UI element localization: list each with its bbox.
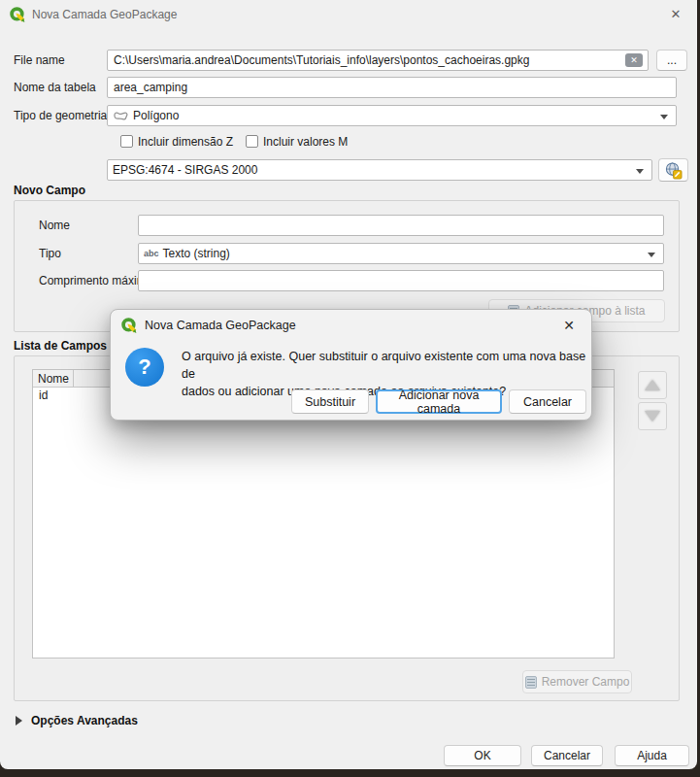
title-bar[interactable]: Nova Camada GeoPackage ✕ [0,0,697,29]
clear-text-icon[interactable]: ✕ [625,53,643,67]
arrow-up-icon [645,380,660,390]
chevron-down-icon [636,169,644,174]
max-length-input[interactable] [138,270,664,291]
select-crs-button[interactable] [658,158,688,182]
window-title: Nova Camada GeoPackage [32,8,177,21]
modal-close-icon[interactable]: ✕ [552,312,585,339]
qgis-logo-icon [121,318,138,334]
arrow-down-icon [645,411,660,422]
table-name-label: Nome da tabela [14,77,96,98]
crs-combobox[interactable]: EPSG:4674 - SIRGAS 2000 [107,159,652,181]
crs-value: EPSG:4674 - SIRGAS 2000 [113,163,257,177]
field-type-label: Tipo [39,243,61,264]
include-z-checkbox[interactable] [120,135,133,148]
chevron-down-icon [660,115,668,119]
geopackage-dialog: Nova Camada GeoPackage ✕ File name ✕ ...… [0,0,697,769]
column-header-nome: Nome [33,370,74,387]
field-list-group-title: Lista de Campos [14,339,107,353]
advanced-options-toggle[interactable]: Opções Avançadas [31,714,138,727]
cancel-button[interactable]: Cancelar [531,745,603,766]
text-type-icon: abc [144,249,159,258]
browse-button[interactable]: ... [656,50,687,71]
ok-button[interactable]: OK [444,745,521,766]
modal-cancel-button[interactable]: Cancelar [509,389,586,414]
geometry-type-combobox[interactable]: Polígono [107,105,677,126]
include-z-label: Incluir dimensão Z [138,131,233,152]
move-field-down-button[interactable] [638,402,667,430]
file-name-field-wrap: ✕ [107,50,649,71]
field-type-combobox[interactable]: abc Texto (string) [138,243,664,264]
geometry-type-label: Tipo de geometria [14,105,107,126]
close-icon[interactable]: ✕ [656,0,695,29]
new-field-group-title: Novo Campo [14,184,85,197]
geometry-type-value: Polígono [133,109,179,122]
include-m-label: Incluir valores M [263,131,348,152]
remove-field-button[interactable]: Remover Campo [522,670,632,693]
remove-field-icon [525,676,537,689]
modal-title: Nova Camada GeoPackage [145,319,296,332]
file-exists-message-box: Nova Camada GeoPackage ✕ ? O arquivo já … [110,309,592,421]
include-m-checkbox[interactable] [246,135,258,148]
polygon-icon [113,110,129,122]
file-name-input[interactable] [107,50,649,71]
screen: Nova Camada GeoPackage ✕ File name ✕ ...… [0,0,700,777]
replace-button[interactable]: Substituir [291,389,369,414]
field-name-input[interactable] [138,215,664,236]
move-field-up-button[interactable] [638,371,667,399]
help-button[interactable]: Ajuda [615,745,689,766]
table-name-input[interactable] [107,77,677,98]
file-name-label: File name [14,50,65,71]
expander-arrow-icon[interactable] [16,716,22,726]
field-name-label: Nome [39,215,70,236]
qgis-logo-icon [10,7,26,23]
max-length-label: Comprimento máximo [39,270,152,291]
add-new-layer-button[interactable]: Adicionar nova camada [376,389,502,414]
remove-field-button-label: Remover Campo [542,675,630,689]
question-icon: ? [125,348,164,387]
crs-globe-icon [664,161,683,180]
chevron-down-icon [648,253,655,257]
field-type-value: Texto (string) [163,247,230,260]
